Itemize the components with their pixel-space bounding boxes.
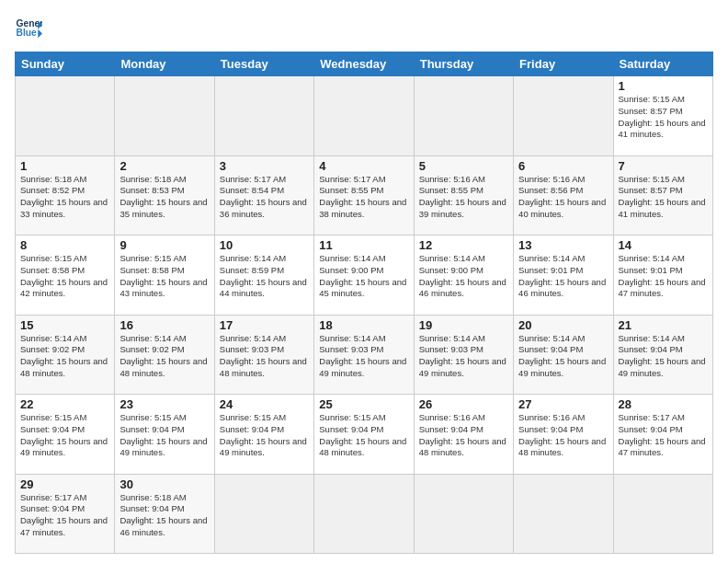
day-info: Sunrise: 5:15 AMSunset: 8:58 PMDaylight:… (20, 253, 109, 300)
day-number: 14 (619, 238, 708, 252)
day-info: Sunrise: 5:18 AMSunset: 8:53 PMDaylight:… (119, 174, 209, 221)
day-info: Sunrise: 5:15 AMSunset: 8:58 PMDaylight:… (119, 253, 209, 300)
day-number: 4 (319, 159, 408, 173)
calendar-cell (314, 76, 414, 156)
day-info: Sunrise: 5:14 AMSunset: 8:59 PMDaylight:… (220, 253, 309, 300)
calendar-cell: 11Sunrise: 5:14 AMSunset: 9:00 PMDayligh… (314, 236, 414, 316)
calendar-cell (16, 76, 115, 156)
calendar-cell: 1Sunrise: 5:15 AMSunset: 8:57 PMDaylight… (613, 76, 712, 156)
col-header-wednesday: Wednesday (314, 52, 414, 76)
day-number: 23 (119, 397, 209, 411)
calendar-cell: 14Sunrise: 5:14 AMSunset: 9:01 PMDayligh… (613, 236, 712, 316)
day-info: Sunrise: 5:14 AMSunset: 9:00 PMDaylight:… (419, 253, 508, 300)
day-number: 2 (119, 159, 209, 173)
day-number: 17 (220, 318, 309, 332)
calendar-cell: 17Sunrise: 5:14 AMSunset: 9:03 PMDayligh… (214, 315, 313, 395)
col-header-thursday: Thursday (414, 52, 513, 76)
calendar-cell: 19Sunrise: 5:14 AMSunset: 9:03 PMDayligh… (414, 315, 513, 395)
day-info: Sunrise: 5:14 AMSunset: 9:02 PMDaylight:… (20, 333, 109, 380)
day-info: Sunrise: 5:15 AMSunset: 8:57 PMDaylight:… (619, 174, 708, 221)
col-header-saturday: Saturday (613, 52, 712, 76)
day-number: 28 (619, 397, 708, 411)
calendar-table: SundayMondayTuesdayWednesdayThursdayFrid… (15, 52, 713, 554)
day-info: Sunrise: 5:14 AMSunset: 9:04 PMDaylight:… (518, 333, 608, 380)
calendar-cell (314, 474, 414, 554)
day-info: Sunrise: 5:17 AMSunset: 8:55 PMDaylight:… (319, 174, 408, 221)
calendar-cell: 4Sunrise: 5:17 AMSunset: 8:55 PMDaylight… (314, 155, 414, 236)
day-number: 24 (220, 397, 309, 411)
day-info: Sunrise: 5:15 AMSunset: 9:04 PMDaylight:… (319, 412, 408, 459)
calendar-cell: 6Sunrise: 5:16 AMSunset: 8:56 PMDaylight… (514, 155, 613, 236)
day-info: Sunrise: 5:15 AMSunset: 9:04 PMDaylight:… (220, 412, 309, 459)
day-number: 29 (20, 477, 109, 491)
day-info: Sunrise: 5:16 AMSunset: 9:04 PMDaylight:… (419, 412, 508, 459)
day-info: Sunrise: 5:14 AMSunset: 9:04 PMDaylight:… (619, 333, 708, 380)
col-header-friday: Friday (514, 52, 613, 76)
calendar-cell: 21Sunrise: 5:14 AMSunset: 9:04 PMDayligh… (613, 315, 712, 395)
day-info: Sunrise: 5:16 AMSunset: 9:04 PMDaylight:… (518, 412, 608, 459)
calendar-cell (514, 474, 613, 554)
day-number: 10 (220, 238, 309, 252)
calendar-cell (414, 474, 513, 554)
day-number: 22 (20, 397, 109, 411)
svg-text:Blue: Blue (17, 28, 38, 38)
calendar-cell: 12Sunrise: 5:14 AMSunset: 9:00 PMDayligh… (414, 236, 513, 316)
calendar-cell: 15Sunrise: 5:14 AMSunset: 9:02 PMDayligh… (16, 315, 115, 395)
day-info: Sunrise: 5:17 AMSunset: 8:54 PMDaylight:… (220, 174, 309, 221)
calendar-week-row: 15Sunrise: 5:14 AMSunset: 9:02 PMDayligh… (16, 315, 713, 395)
day-number: 19 (419, 318, 508, 332)
calendar-cell: 27Sunrise: 5:16 AMSunset: 9:04 PMDayligh… (514, 395, 613, 475)
calendar-cell: 16Sunrise: 5:14 AMSunset: 9:02 PMDayligh… (115, 315, 214, 395)
day-info: Sunrise: 5:17 AMSunset: 9:04 PMDaylight:… (619, 412, 708, 459)
calendar-cell (115, 76, 214, 156)
page: General Blue SundayMondayTuesdayWednesda… (0, 0, 728, 563)
day-number: 15 (20, 318, 109, 332)
day-number: 1 (619, 79, 708, 93)
day-info: Sunrise: 5:17 AMSunset: 9:04 PMDaylight:… (20, 492, 109, 539)
day-number: 12 (419, 238, 508, 252)
calendar-cell (214, 474, 313, 554)
day-number: 3 (220, 159, 309, 173)
calendar-cell: 25Sunrise: 5:15 AMSunset: 9:04 PMDayligh… (314, 395, 414, 475)
day-number: 9 (119, 238, 209, 252)
calendar-cell (214, 76, 313, 156)
calendar-cell: 20Sunrise: 5:14 AMSunset: 9:04 PMDayligh… (514, 315, 613, 395)
day-number: 18 (319, 318, 408, 332)
day-info: Sunrise: 5:18 AMSunset: 9:04 PMDaylight:… (119, 492, 209, 539)
col-header-sunday: Sunday (16, 52, 115, 76)
day-info: Sunrise: 5:16 AMSunset: 8:55 PMDaylight:… (419, 174, 508, 221)
calendar-cell: 9Sunrise: 5:15 AMSunset: 8:58 PMDaylight… (115, 236, 214, 316)
day-number: 30 (119, 477, 209, 491)
day-number: 7 (619, 159, 708, 173)
calendar-cell: 10Sunrise: 5:14 AMSunset: 8:59 PMDayligh… (214, 236, 313, 316)
day-info: Sunrise: 5:15 AMSunset: 8:57 PMDaylight:… (619, 94, 708, 141)
calendar-cell: 13Sunrise: 5:14 AMSunset: 9:01 PMDayligh… (514, 236, 613, 316)
day-info: Sunrise: 5:14 AMSunset: 9:03 PMDaylight:… (419, 333, 508, 380)
day-number: 8 (20, 238, 109, 252)
calendar-cell (414, 76, 513, 156)
day-number: 20 (518, 318, 608, 332)
calendar-week-row: 1Sunrise: 5:18 AMSunset: 8:52 PMDaylight… (16, 155, 713, 236)
calendar-cell (514, 76, 613, 156)
calendar-cell: 29Sunrise: 5:17 AMSunset: 9:04 PMDayligh… (16, 474, 115, 554)
day-info: Sunrise: 5:14 AMSunset: 9:03 PMDaylight:… (220, 333, 309, 380)
calendar-cell: 26Sunrise: 5:16 AMSunset: 9:04 PMDayligh… (414, 395, 513, 475)
day-info: Sunrise: 5:18 AMSunset: 8:52 PMDaylight:… (20, 174, 109, 221)
col-header-tuesday: Tuesday (214, 52, 313, 76)
calendar-cell: 22Sunrise: 5:15 AMSunset: 9:04 PMDayligh… (16, 395, 115, 475)
day-number: 21 (619, 318, 708, 332)
calendar-cell: 8Sunrise: 5:15 AMSunset: 8:58 PMDaylight… (16, 236, 115, 316)
calendar-cell: 24Sunrise: 5:15 AMSunset: 9:04 PMDayligh… (214, 395, 313, 475)
day-number: 11 (319, 238, 408, 252)
calendar-cell: 18Sunrise: 5:14 AMSunset: 9:03 PMDayligh… (314, 315, 414, 395)
calendar-cell: 28Sunrise: 5:17 AMSunset: 9:04 PMDayligh… (613, 395, 712, 475)
calendar-week-row: 29Sunrise: 5:17 AMSunset: 9:04 PMDayligh… (16, 474, 713, 554)
calendar-cell: 7Sunrise: 5:15 AMSunset: 8:57 PMDaylight… (613, 155, 712, 236)
day-info: Sunrise: 5:14 AMSunset: 9:00 PMDaylight:… (319, 253, 408, 300)
day-info: Sunrise: 5:14 AMSunset: 9:01 PMDaylight:… (619, 253, 708, 300)
day-info: Sunrise: 5:14 AMSunset: 9:03 PMDaylight:… (319, 333, 408, 380)
day-info: Sunrise: 5:14 AMSunset: 9:02 PMDaylight:… (119, 333, 209, 380)
day-info: Sunrise: 5:15 AMSunset: 9:04 PMDaylight:… (119, 412, 209, 459)
calendar-week-row: 1Sunrise: 5:15 AMSunset: 8:57 PMDaylight… (16, 76, 713, 156)
calendar-header-row: SundayMondayTuesdayWednesdayThursdayFrid… (16, 52, 713, 76)
